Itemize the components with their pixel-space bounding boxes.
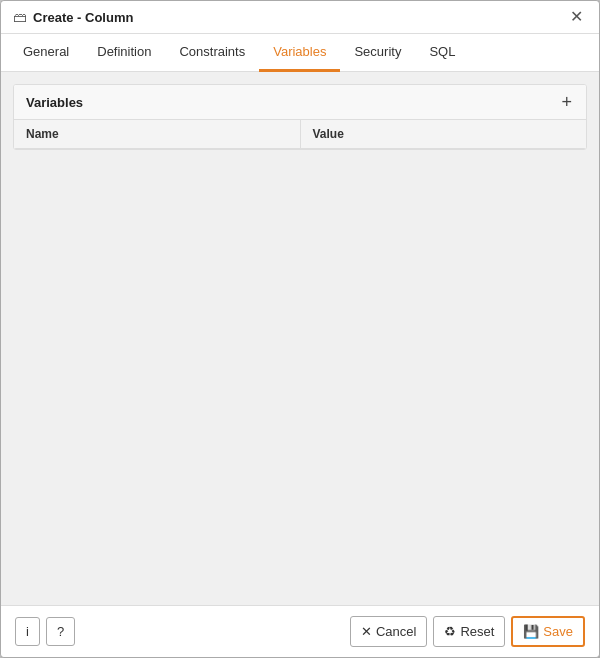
tab-sql[interactable]: SQL	[415, 34, 469, 72]
tab-content: Variables + Name Value	[1, 72, 599, 605]
cancel-button[interactable]: ✕ Cancel	[350, 616, 427, 647]
cancel-icon: ✕	[361, 624, 372, 639]
footer-right-buttons: ✕ Cancel ♻ Reset 💾 Save	[350, 616, 585, 647]
tab-definition[interactable]: Definition	[83, 34, 165, 72]
title-bar-left: 🗃 Create - Column	[13, 9, 133, 25]
reset-button[interactable]: ♻ Reset	[433, 616, 505, 647]
dialog-icon: 🗃	[13, 9, 27, 25]
save-icon: 💾	[523, 624, 539, 639]
tab-constraints[interactable]: Constraints	[165, 34, 259, 72]
reset-label: Reset	[460, 624, 494, 639]
variables-section: Variables + Name Value	[13, 84, 587, 150]
footer-left-buttons: i ?	[15, 617, 75, 646]
help-label: ?	[57, 624, 64, 639]
tab-general[interactable]: General	[9, 34, 83, 72]
cancel-label: Cancel	[376, 624, 416, 639]
footer: i ? ✕ Cancel ♻ Reset 💾 Save	[1, 605, 599, 657]
variables-table: Name Value	[14, 120, 586, 149]
reset-icon: ♻	[444, 624, 456, 639]
tab-variables[interactable]: Variables	[259, 34, 340, 72]
name-column-header: Name	[14, 120, 300, 149]
info-button[interactable]: i	[15, 617, 40, 646]
save-label: Save	[543, 624, 573, 639]
close-button[interactable]: ✕	[566, 9, 587, 25]
section-header: Variables +	[14, 85, 586, 120]
add-variable-button[interactable]: +	[559, 93, 574, 111]
value-column-header: Value	[300, 120, 586, 149]
title-bar: 🗃 Create - Column ✕	[1, 1, 599, 34]
section-title: Variables	[26, 95, 83, 110]
tab-security[interactable]: Security	[340, 34, 415, 72]
save-button[interactable]: 💾 Save	[511, 616, 585, 647]
dialog-title: Create - Column	[33, 10, 133, 25]
create-column-dialog: 🗃 Create - Column ✕ General Definition C…	[0, 0, 600, 658]
tab-bar: General Definition Constraints Variables…	[1, 34, 599, 72]
info-label: i	[26, 624, 29, 639]
help-button[interactable]: ?	[46, 617, 75, 646]
table-header-row: Name Value	[14, 120, 586, 149]
